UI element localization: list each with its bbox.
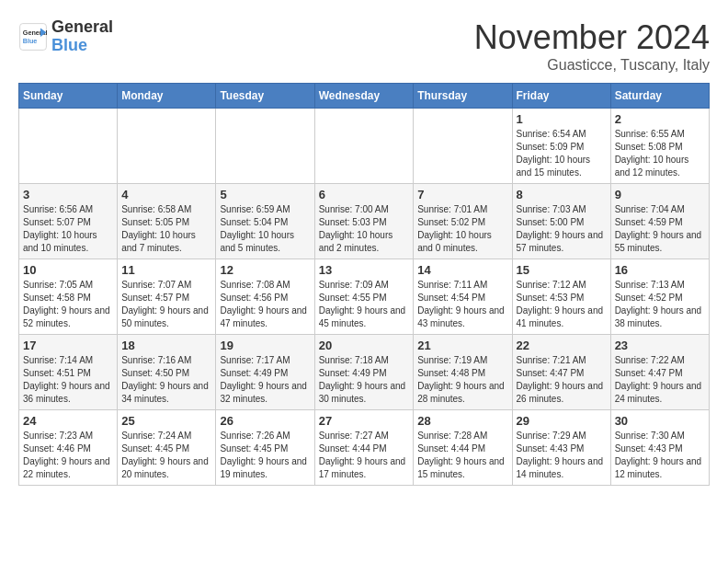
calendar-table: SundayMondayTuesdayWednesdayThursdayFrid…: [18, 83, 710, 486]
day-number: 24: [23, 414, 113, 428]
day-cell: 14Sunrise: 7:11 AM Sunset: 4:54 PM Dayli…: [414, 259, 512, 335]
day-cell: [216, 109, 314, 184]
day-cell: 7Sunrise: 7:01 AM Sunset: 5:02 PM Daylig…: [414, 184, 512, 259]
day-cell: 9Sunrise: 7:04 AM Sunset: 4:59 PM Daylig…: [610, 184, 709, 259]
day-cell: 5Sunrise: 6:59 AM Sunset: 5:04 PM Daylig…: [216, 184, 314, 259]
day-info: Sunrise: 7:11 AM Sunset: 4:54 PM Dayligh…: [417, 279, 507, 330]
day-number: 22: [517, 339, 607, 352]
day-number: 1: [517, 112, 607, 126]
day-number: 23: [615, 339, 705, 352]
day-cell: 28Sunrise: 7:28 AM Sunset: 4:44 PM Dayli…: [414, 410, 512, 486]
day-number: 27: [319, 414, 410, 428]
day-number: 13: [319, 263, 410, 277]
day-cell: 15Sunrise: 7:12 AM Sunset: 4:53 PM Dayli…: [512, 259, 610, 335]
day-info: Sunrise: 7:30 AM Sunset: 4:43 PM Dayligh…: [615, 430, 705, 481]
day-cell: 3Sunrise: 6:56 AM Sunset: 5:07 PM Daylig…: [19, 184, 118, 259]
day-cell: 11Sunrise: 7:07 AM Sunset: 4:57 PM Dayli…: [118, 259, 216, 335]
day-info: Sunrise: 7:18 AM Sunset: 4:49 PM Dayligh…: [319, 354, 410, 406]
day-cell: 29Sunrise: 7:29 AM Sunset: 4:43 PM Dayli…: [512, 410, 610, 486]
day-number: 14: [417, 263, 507, 277]
day-cell: 12Sunrise: 7:08 AM Sunset: 4:56 PM Dayli…: [216, 259, 314, 335]
day-info: Sunrise: 7:16 AM Sunset: 4:50 PM Dayligh…: [121, 354, 211, 406]
day-number: 4: [121, 188, 211, 201]
header-saturday: Saturday: [610, 84, 709, 109]
day-info: Sunrise: 7:17 AM Sunset: 4:49 PM Dayligh…: [220, 354, 310, 406]
header-sunday: Sunday: [19, 84, 118, 109]
day-number: 15: [517, 263, 607, 277]
svg-text:Blue: Blue: [23, 37, 38, 45]
header-friday: Friday: [512, 84, 610, 109]
day-cell: 1Sunrise: 6:54 AM Sunset: 5:09 PM Daylig…: [512, 109, 610, 184]
day-cell: 23Sunrise: 7:22 AM Sunset: 4:47 PM Dayli…: [610, 335, 709, 410]
day-number: 16: [615, 263, 705, 277]
day-cell: 27Sunrise: 7:27 AM Sunset: 4:44 PM Dayli…: [314, 410, 414, 486]
day-cell: 4Sunrise: 6:58 AM Sunset: 5:05 PM Daylig…: [118, 184, 216, 259]
day-number: 29: [517, 414, 607, 428]
day-number: 5: [220, 188, 310, 201]
day-number: 11: [121, 263, 211, 277]
day-cell: [314, 109, 414, 184]
day-info: Sunrise: 6:55 AM Sunset: 5:08 PM Dayligh…: [615, 128, 705, 179]
day-info: Sunrise: 7:07 AM Sunset: 4:57 PM Dayligh…: [121, 279, 211, 330]
day-info: Sunrise: 7:13 AM Sunset: 4:52 PM Dayligh…: [615, 279, 705, 330]
day-cell: 22Sunrise: 7:21 AM Sunset: 4:47 PM Dayli…: [512, 335, 610, 410]
day-info: Sunrise: 7:12 AM Sunset: 4:53 PM Dayligh…: [517, 279, 607, 330]
day-number: 30: [615, 414, 705, 428]
day-cell: 2Sunrise: 6:55 AM Sunset: 5:08 PM Daylig…: [610, 109, 709, 184]
header-monday: Monday: [118, 84, 216, 109]
day-cell: 13Sunrise: 7:09 AM Sunset: 4:55 PM Dayli…: [314, 259, 414, 335]
day-info: Sunrise: 7:19 AM Sunset: 4:48 PM Dayligh…: [417, 354, 507, 406]
day-number: 3: [23, 188, 113, 201]
day-info: Sunrise: 6:58 AM Sunset: 5:05 PM Dayligh…: [121, 203, 211, 255]
calendar-header-row: SundayMondayTuesdayWednesdayThursdayFrid…: [19, 84, 710, 109]
logo: General Blue GeneralBlue: [18, 18, 113, 55]
day-info: Sunrise: 6:56 AM Sunset: 5:07 PM Dayligh…: [23, 203, 113, 255]
header-thursday: Thursday: [414, 84, 512, 109]
day-cell: [118, 109, 216, 184]
day-info: Sunrise: 7:23 AM Sunset: 4:46 PM Dayligh…: [23, 430, 113, 481]
day-number: 7: [417, 188, 507, 201]
day-info: Sunrise: 7:26 AM Sunset: 4:45 PM Dayligh…: [220, 430, 310, 481]
day-info: Sunrise: 7:21 AM Sunset: 4:47 PM Dayligh…: [517, 354, 607, 406]
title-area: November 2024 Guasticce, Tuscany, Italy: [474, 18, 710, 74]
day-number: 25: [121, 414, 211, 428]
day-cell: 26Sunrise: 7:26 AM Sunset: 4:45 PM Dayli…: [216, 410, 314, 486]
day-cell: 17Sunrise: 7:14 AM Sunset: 4:51 PM Dayli…: [19, 335, 118, 410]
day-info: Sunrise: 7:08 AM Sunset: 4:56 PM Dayligh…: [220, 279, 310, 330]
day-info: Sunrise: 7:28 AM Sunset: 4:44 PM Dayligh…: [417, 430, 507, 481]
week-row-4: 17Sunrise: 7:14 AM Sunset: 4:51 PM Dayli…: [19, 335, 710, 410]
logo-icon: General Blue: [18, 22, 48, 52]
header-wednesday: Wednesday: [314, 84, 414, 109]
day-number: 2: [615, 112, 705, 126]
day-cell: 20Sunrise: 7:18 AM Sunset: 4:49 PM Dayli…: [314, 335, 414, 410]
week-row-2: 3Sunrise: 6:56 AM Sunset: 5:07 PM Daylig…: [19, 184, 710, 259]
day-number: 20: [319, 339, 410, 352]
location-subtitle: Guasticce, Tuscany, Italy: [474, 57, 710, 74]
day-number: 6: [319, 188, 410, 201]
day-info: Sunrise: 7:05 AM Sunset: 4:58 PM Dayligh…: [23, 279, 113, 330]
day-info: Sunrise: 7:04 AM Sunset: 4:59 PM Dayligh…: [615, 203, 705, 255]
day-cell: 24Sunrise: 7:23 AM Sunset: 4:46 PM Dayli…: [19, 410, 118, 486]
week-row-5: 24Sunrise: 7:23 AM Sunset: 4:46 PM Dayli…: [19, 410, 710, 486]
day-number: 10: [23, 263, 113, 277]
day-info: Sunrise: 7:22 AM Sunset: 4:47 PM Dayligh…: [615, 354, 705, 406]
day-info: Sunrise: 7:24 AM Sunset: 4:45 PM Dayligh…: [121, 430, 211, 481]
day-cell: [19, 109, 118, 184]
day-number: 8: [517, 188, 607, 201]
day-info: Sunrise: 7:00 AM Sunset: 5:03 PM Dayligh…: [319, 203, 410, 255]
day-number: 21: [417, 339, 507, 352]
day-cell: 21Sunrise: 7:19 AM Sunset: 4:48 PM Dayli…: [414, 335, 512, 410]
logo-text: GeneralBlue: [51, 18, 113, 55]
month-title: November 2024: [474, 18, 710, 57]
day-number: 19: [220, 339, 310, 352]
day-info: Sunrise: 6:59 AM Sunset: 5:04 PM Dayligh…: [220, 203, 310, 255]
day-cell: 8Sunrise: 7:03 AM Sunset: 5:00 PM Daylig…: [512, 184, 610, 259]
day-info: Sunrise: 7:01 AM Sunset: 5:02 PM Dayligh…: [417, 203, 507, 255]
day-info: Sunrise: 7:29 AM Sunset: 4:43 PM Dayligh…: [517, 430, 607, 481]
day-info: Sunrise: 6:54 AM Sunset: 5:09 PM Dayligh…: [517, 128, 607, 179]
day-number: 18: [121, 339, 211, 352]
day-number: 17: [23, 339, 113, 352]
day-cell: [414, 109, 512, 184]
day-info: Sunrise: 7:03 AM Sunset: 5:00 PM Dayligh…: [517, 203, 607, 255]
day-info: Sunrise: 7:09 AM Sunset: 4:55 PM Dayligh…: [319, 279, 410, 330]
